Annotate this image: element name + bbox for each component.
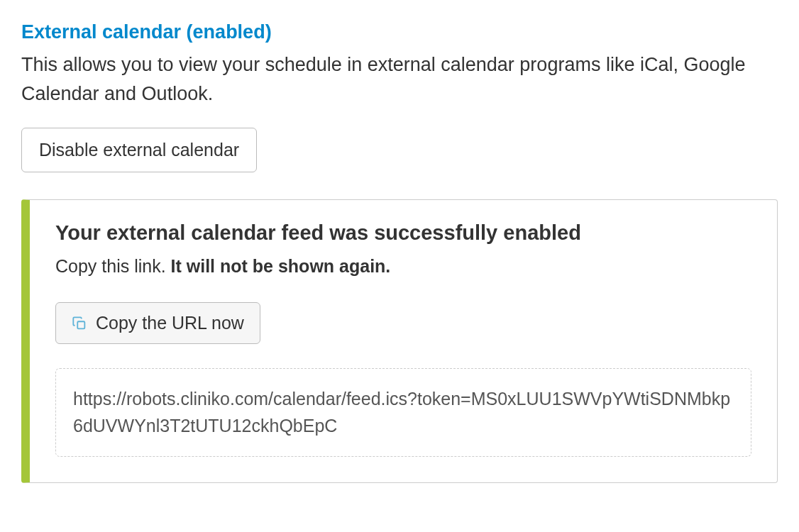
svg-rect-0 — [77, 321, 84, 328]
section-heading: External calendar (enabled) — [21, 21, 778, 43]
external-calendar-section: External calendar (enabled) This allows … — [21, 21, 778, 483]
copy-url-button[interactable]: Copy the URL now — [55, 302, 260, 344]
panel-subtext-bold: It will not be shown again. — [171, 256, 391, 276]
section-description: This allows you to view your schedule in… — [21, 50, 778, 108]
panel-subtext-prefix: Copy this link. — [55, 256, 171, 276]
feed-url-box[interactable]: https://robots.cliniko.com/calendar/feed… — [55, 368, 751, 457]
success-panel: Your external calendar feed was successf… — [21, 199, 778, 483]
copy-icon — [72, 316, 87, 331]
copy-button-label: Copy the URL now — [96, 313, 244, 333]
panel-title: Your external calendar feed was successf… — [55, 221, 751, 245]
panel-subtext: Copy this link. It will not be shown aga… — [55, 256, 751, 277]
disable-external-calendar-button[interactable]: Disable external calendar — [21, 128, 257, 172]
